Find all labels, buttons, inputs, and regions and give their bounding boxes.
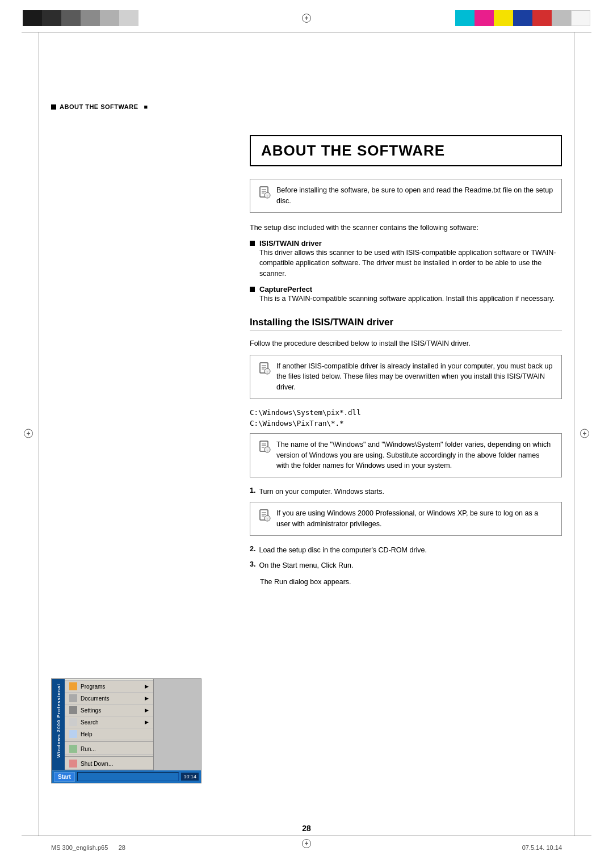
win-clock: 10:14 — [181, 773, 199, 781]
bullet-item-isis: ISIS/TWAIN driver This driver allows thi… — [250, 239, 562, 279]
win-menu-help[interactable]: Help — [65, 728, 153, 740]
svg-text:!: ! — [267, 518, 268, 521]
main-content: ABOUT THE SOFTWARE ! Before installing t… — [250, 39, 562, 593]
settings-arrow: ▶ — [145, 707, 149, 713]
run-icon — [69, 745, 77, 753]
note-doc-icon-win2000: ! — [258, 509, 271, 522]
win-menu-settings[interactable]: Settings ▶ — [65, 705, 153, 716]
color-swatch-gray2 — [81, 10, 100, 26]
note-icon-2: ! — [258, 362, 271, 378]
win-menu-separator — [65, 741, 153, 742]
bullet-desc-isis: This driver allows this scanner to be us… — [259, 248, 562, 279]
note-box-1: ! Before installing the software, be sur… — [250, 179, 562, 213]
footer-page-num: 28 — [119, 844, 125, 851]
crosshair-left — [24, 429, 33, 439]
win-sidebar-text: Windows 2000 Professional — [56, 684, 61, 757]
color-strip-left — [23, 10, 138, 26]
color-swatch-blue — [513, 10, 532, 26]
bullet-content-capture: CapturePerfect This is a TWAIN-compatibl… — [259, 285, 555, 304]
note-text-3: The name of the "\Windows" and "\Windows… — [276, 439, 553, 471]
bullet-item-capture: CapturePerfect This is a TWAIN-compatibl… — [250, 285, 562, 304]
search-label: Search — [81, 719, 99, 726]
win-menu-shutdown[interactable]: Shut Down... — [65, 758, 153, 770]
win-taskbar: Start 10:14 — [52, 770, 201, 783]
code-line-1: C:\Windows\System\pix*.dll — [250, 408, 562, 417]
document-icon: ! — [258, 186, 271, 199]
win-menu-separator2 — [65, 756, 153, 757]
note-box-2: ! If another ISIS-compatible driver is a… — [250, 355, 562, 399]
footer-left: MS 300_english.p65 28 — [51, 844, 125, 851]
color-swatch-ltgray — [552, 10, 571, 26]
color-swatch-magenta — [475, 10, 494, 26]
footer-right: 07.5.14. 10.14 — [522, 844, 562, 851]
windows-start-menu: Windows 2000 Professional Windows Update… — [52, 678, 154, 770]
step-num-3: 3. — [250, 560, 255, 571]
documents-arrow: ▶ — [145, 695, 149, 701]
footer: MS 300_english.p65 28 07.5.14. 10.14 — [51, 844, 562, 851]
note-text-1: Before installing the software, be sure … — [276, 185, 553, 207]
step-1: 1. Turn on your computer. Windows starts… — [250, 487, 562, 497]
bullet-sq-capture — [250, 287, 255, 292]
note-box-win2000: ! If you are using Windows 2000 Professi… — [250, 502, 562, 536]
step-body-1: Turn on your computer. Windows starts. — [259, 487, 384, 497]
win-menu-sidebar: Windows 2000 Professional — [52, 678, 65, 770]
svg-text:!: ! — [267, 370, 268, 374]
programs-icon — [69, 682, 77, 690]
shutdown-icon — [69, 760, 77, 768]
note-doc-icon-3: ! — [258, 441, 271, 453]
bullet-content-isis: ISIS/TWAIN driver This driver allows thi… — [259, 239, 562, 279]
step-num-1: 1. — [250, 487, 255, 497]
note-icon-3: ! — [258, 441, 271, 456]
step-body-3: On the Start menu, Click Run. — [259, 560, 353, 571]
color-strip-right — [455, 10, 590, 26]
bullet-sq-isis — [250, 241, 255, 246]
left-margin — [39, 32, 39, 836]
help-icon — [69, 730, 77, 738]
color-swatch-yellow — [494, 10, 513, 26]
win-menu-programs[interactable]: Programs ▶ — [65, 681, 153, 693]
bullet-title-capture: CapturePerfect — [259, 285, 555, 293]
crosshair-right — [580, 429, 589, 439]
settings-icon — [69, 706, 77, 714]
color-swatch-black1 — [23, 10, 42, 26]
section-header-small: ABOUT THE SOFTWARE ■ — [51, 103, 148, 110]
note-icon-1: ! — [258, 186, 271, 202]
color-swatch-gray4 — [119, 10, 138, 26]
note-icon-win2000: ! — [258, 509, 271, 525]
bullet-desc-capture: This is a TWAIN-compatible scanning soft… — [259, 293, 555, 304]
documents-icon — [69, 694, 77, 702]
bullet-title-isis: ISIS/TWAIN driver — [259, 239, 562, 248]
section-header-label: ABOUT THE SOFTWARE — [60, 103, 138, 110]
top-rule — [22, 32, 591, 32]
follow-text: Follow the procedure described below to … — [250, 338, 562, 349]
programs-arrow: ▶ — [145, 684, 149, 689]
bottom-rule — [22, 836, 591, 836]
win-menu-documents[interactable]: Documents ▶ — [65, 693, 153, 705]
note-doc-icon-2: ! — [258, 362, 271, 375]
windows-screenshot: Windows 2000 Professional Windows Update… — [51, 678, 201, 783]
documents-label: Documents — [81, 695, 110, 702]
shutdown-label: Shut Down... — [81, 761, 113, 767]
search-icon — [69, 718, 77, 726]
crosshair-top — [302, 14, 311, 24]
step-num-2: 2. — [250, 545, 255, 556]
programs-label: Programs — [81, 684, 105, 690]
win-taskbar-area — [77, 772, 179, 781]
color-swatch-gray1 — [61, 10, 81, 26]
page-number: 28 — [302, 824, 311, 833]
win-menu-run[interactable]: Run... — [65, 743, 153, 755]
sub-heading-install: Installing the ISIS/TWAIN driver — [250, 317, 562, 331]
color-swatch-red — [532, 10, 552, 26]
main-heading-box: ABOUT THE SOFTWARE — [250, 135, 562, 166]
settings-label: Settings — [81, 707, 101, 714]
color-swatch-white — [571, 10, 590, 26]
win-start-button[interactable]: Start — [54, 772, 75, 782]
color-swatch-black2 — [42, 10, 61, 26]
win-menu-search[interactable]: Search ▶ — [65, 716, 153, 728]
intro-text: The setup disc included with the scanner… — [250, 222, 562, 233]
right-margin — [574, 32, 574, 836]
svg-text:!: ! — [267, 195, 268, 198]
step-body-2: Load the setup disc in the computer's CD… — [259, 545, 427, 556]
step-2: 2. Load the setup disc in the computer's… — [250, 545, 562, 556]
help-label: Help — [81, 731, 93, 737]
